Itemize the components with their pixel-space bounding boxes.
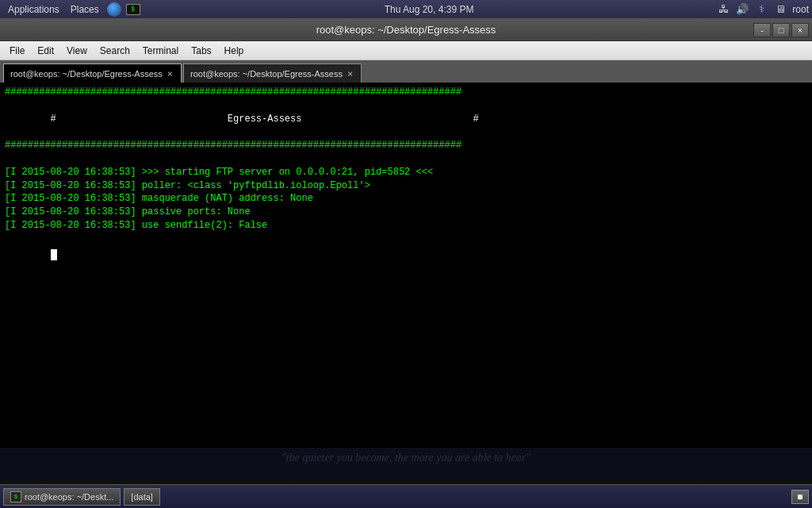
log-line-5: [I 2015-08-20 16:38:53] use sendfile(2):… bbox=[5, 219, 807, 233]
log-line-3: [I 2015-08-20 16:38:53] masquerade (NAT)… bbox=[5, 192, 807, 206]
menu-file[interactable]: File bbox=[3, 44, 31, 58]
maximize-button[interactable]: □ bbox=[772, 23, 790, 37]
close-button[interactable]: × bbox=[791, 23, 809, 37]
tab-1-label: root@keops: ~/Desktop/Egress-Assess bbox=[10, 69, 163, 79]
menu-edit[interactable]: Edit bbox=[31, 44, 60, 58]
menu-view[interactable]: View bbox=[60, 44, 94, 58]
minimize-button[interactable]: - bbox=[753, 23, 771, 37]
pager-button[interactable]: ■ bbox=[791, 490, 809, 504]
task-data-label: [data] bbox=[131, 492, 153, 502]
blank-line bbox=[5, 152, 807, 166]
tab-bar: root@keops: ~/Desktop/Egress-Assess × ro… bbox=[0, 60, 812, 83]
task-terminal-icon: $ bbox=[10, 491, 21, 502]
tab-2-close[interactable]: × bbox=[346, 68, 354, 79]
log-line-1: [I 2015-08-20 16:38:53] >>> starting FTP… bbox=[5, 166, 807, 179]
task-terminal[interactable]: $ root@keops: ~/Deskt... bbox=[3, 488, 121, 506]
tab-1-close[interactable]: × bbox=[166, 68, 174, 79]
title-line: # Egress-Assess # bbox=[5, 99, 807, 139]
task-data[interactable]: [data] bbox=[124, 488, 160, 506]
log-line-2: [I 2015-08-20 16:38:53] poller: <class '… bbox=[5, 179, 807, 193]
menu-help[interactable]: Help bbox=[218, 44, 251, 58]
terminal-content[interactable]: ########################################… bbox=[0, 83, 812, 448]
taskbar-bottom: $ root@keops: ~/Deskt... [data] ■ bbox=[0, 484, 812, 508]
terminal-cursor bbox=[51, 249, 57, 260]
tab-2[interactable]: root@keops: ~/Desktop/Egress-Assess × bbox=[183, 64, 362, 83]
tab-2-label: root@keops: ~/Desktop/Egress-Assess bbox=[190, 69, 343, 79]
log-line-4: [I 2015-08-20 16:38:53] passive ports: N… bbox=[5, 206, 807, 219]
menu-bar: File Edit View Search Terminal Tabs Help bbox=[0, 41, 812, 60]
tab-1[interactable]: root@keops: ~/Desktop/Egress-Assess × bbox=[3, 64, 182, 83]
terminal-window-title: root@keops: ~/Desktop/Egress-Assess bbox=[316, 24, 496, 36]
hash-line-bottom: ########################################… bbox=[5, 139, 807, 152]
menu-terminal[interactable]: Terminal bbox=[136, 44, 185, 58]
cursor-line bbox=[5, 236, 807, 275]
menu-tabs[interactable]: Tabs bbox=[185, 44, 217, 58]
menu-search[interactable]: Search bbox=[94, 44, 136, 58]
terminal-titlebar: root@keops: ~/Desktop/Egress-Assess - □ … bbox=[0, 19, 812, 41]
hash-line-top: ########################################… bbox=[5, 86, 807, 99]
taskbar-pager: ■ bbox=[791, 490, 809, 504]
task-terminal-label: root@keops: ~/Deskt... bbox=[25, 492, 113, 502]
window-buttons: - □ × bbox=[753, 23, 809, 37]
